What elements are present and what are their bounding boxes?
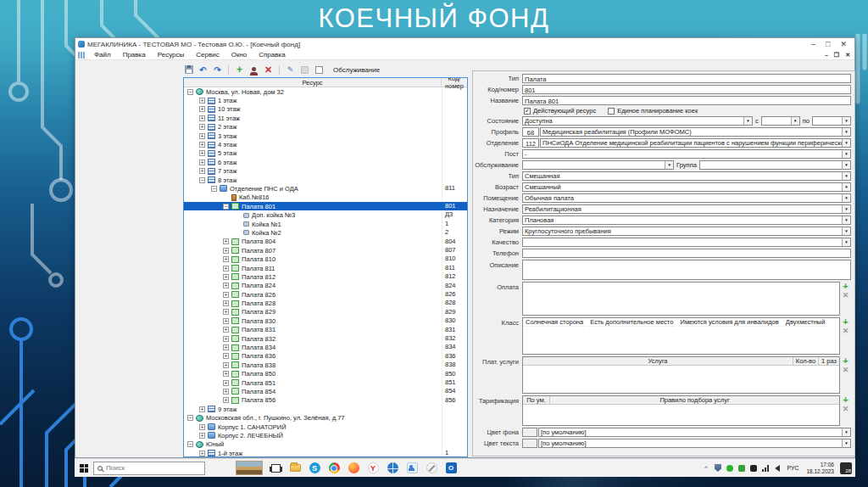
child-close-icon[interactable]: ✕	[845, 52, 850, 59]
tree-row[interactable]: Палата 804 804	[184, 238, 467, 246]
tree-expander-icon[interactable]	[199, 124, 205, 130]
tree-row[interactable]: Юный	[184, 440, 467, 449]
tree-expander-icon[interactable]	[199, 160, 205, 165]
list-item[interactable]: Солнечная сторона	[523, 318, 586, 327]
state-from-select[interactable]: ▼	[761, 116, 800, 126]
tariffication-table[interactable]: По ум. Правило подбора услуг	[522, 395, 840, 426]
service-select[interactable]: ▼	[522, 160, 674, 170]
gender-type-select[interactable]: Смешанная ▼	[522, 171, 851, 181]
tree-row[interactable]: Палата 829 829	[184, 308, 467, 316]
add-icon[interactable]: +	[843, 396, 848, 403]
tree-row[interactable]: 9 этаж	[184, 405, 467, 413]
text-color-select[interactable]: [по умолчанию] ▼	[538, 439, 851, 448]
antivirus-icon[interactable]	[737, 464, 745, 472]
tree-row[interactable]: 2 этаж	[184, 123, 467, 132]
chevron-down-icon[interactable]: ▼	[842, 139, 850, 147]
tree-expander-icon[interactable]	[199, 177, 205, 183]
chevron-down-icon[interactable]: ▼	[842, 128, 850, 136]
window-tool-icon[interactable]	[314, 64, 325, 76]
tree-expander-icon[interactable]	[223, 309, 229, 315]
column-once[interactable]: 1 раз	[819, 357, 839, 366]
remove-icon[interactable]: ✕	[843, 406, 849, 412]
maximize-icon[interactable]: □	[826, 39, 830, 49]
tree-row[interactable]: Палата 807 807	[184, 246, 467, 255]
task-view-icon[interactable]	[270, 462, 281, 474]
tree-row[interactable]: Палата 850 850	[184, 370, 467, 378]
person-icon[interactable]	[248, 64, 259, 76]
tree-expander-icon[interactable]	[223, 336, 229, 342]
tree-expander-icon[interactable]	[199, 106, 205, 112]
column-rule[interactable]: Правило подбора услуг	[550, 396, 839, 405]
status-green-icon[interactable]	[726, 464, 733, 472]
tree-expander-icon[interactable]	[223, 238, 229, 244]
edit-icon[interactable]: ✎	[285, 64, 296, 76]
tree-expander-icon[interactable]	[199, 115, 205, 121]
language-indicator[interactable]: РУС	[785, 465, 800, 471]
profile-select[interactable]: Медицинская реабилитация (Профили МОФОМС…	[540, 127, 851, 137]
list-item[interactable]: Двухместный	[783, 318, 828, 327]
tree-expander-icon[interactable]	[187, 441, 193, 447]
tray-expand-icon[interactable]: ^	[702, 464, 709, 472]
tree-row[interactable]: Палата 826 826	[184, 290, 467, 299]
checkbox-icon[interactable]	[524, 108, 531, 115]
tree-row[interactable]: Московская обл., г. Пушкино, ул. Зелёная…	[184, 413, 467, 422]
redo-icon[interactable]: ↷	[212, 64, 223, 76]
tree-row[interactable]: 7 этаж	[184, 167, 467, 176]
tree-row[interactable]: Москва, ул. Новая, дом 32	[184, 87, 467, 96]
tree-row[interactable]: Палата 851 851	[184, 378, 467, 387]
tree-expander-icon[interactable]	[223, 256, 229, 262]
menu-item-help[interactable]: Справка	[253, 51, 291, 59]
outlook-icon[interactable]: O	[445, 462, 457, 474]
post-select[interactable]: - ▼	[522, 149, 851, 159]
tree-expander-icon[interactable]	[223, 248, 229, 254]
tree-row[interactable]: Палата 832 832	[184, 334, 467, 343]
tree-expander-icon[interactable]	[187, 415, 193, 421]
firefox-icon[interactable]	[348, 462, 359, 474]
tree-row[interactable]: Палата 856 856	[184, 396, 467, 405]
tree-expander-icon[interactable]	[223, 204, 229, 210]
tree-row[interactable]: 6 этаж	[184, 158, 467, 166]
explorer-icon[interactable]	[289, 462, 301, 474]
mode-select[interactable]: Круглосуточного пребывания ▼	[522, 227, 851, 236]
checkbox-icon[interactable]	[608, 108, 615, 115]
tree-row[interactable]: Корпус 2. ЛЕЧЕБНЫЙ	[184, 431, 467, 439]
group-select[interactable]: ▼	[699, 160, 851, 170]
active-resource-checkbox[interactable]: Действующий ресурс	[524, 107, 596, 115]
list-item[interactable]: Имеются условия для инвалидов	[678, 318, 782, 327]
menu-item-edit[interactable]: Правка	[117, 51, 152, 59]
column-qty[interactable]: Кол-во	[793, 357, 819, 366]
skype-icon[interactable]: S	[309, 462, 320, 474]
tree-expander-icon[interactable]	[199, 406, 205, 412]
add-resource-icon[interactable]: +	[234, 64, 245, 76]
tree-row[interactable]: 5 этаж	[184, 149, 467, 158]
menu-item-service[interactable]: Сервис	[190, 51, 225, 59]
remove-icon[interactable]: ✕	[843, 292, 849, 299]
child-minimize-icon[interactable]: –	[825, 52, 828, 59]
menu-item-file[interactable]: Файл	[88, 51, 117, 59]
tree-row[interactable]: 8 этаж	[184, 176, 467, 184]
tree-expander-icon[interactable]	[199, 424, 205, 430]
tree-expander-icon[interactable]	[199, 433, 205, 439]
chevron-down-icon[interactable]: ▼	[842, 428, 850, 436]
tree-row[interactable]: Каб.№816	[184, 193, 467, 202]
tree-expander-icon[interactable]	[223, 274, 229, 280]
notification-center-icon[interactable]: 28	[840, 462, 852, 474]
tree-expander-icon[interactable]	[199, 451, 205, 456]
tree-expander-icon[interactable]	[223, 266, 229, 271]
code-input[interactable]: 801	[522, 85, 851, 94]
tree-row[interactable]: 1-й этаж 1	[184, 449, 467, 457]
shield-icon[interactable]	[714, 464, 721, 472]
globe-app-icon[interactable]	[387, 462, 398, 474]
tree-row[interactable]: 4 этаж	[184, 140, 467, 148]
clock[interactable]: 17:06 18.12.2023	[804, 462, 836, 474]
tree-expander-icon[interactable]	[223, 292, 229, 298]
tree-expander-icon[interactable]	[223, 389, 229, 395]
taskbar-search[interactable]	[93, 462, 205, 475]
chevron-down-icon[interactable]: ▼	[842, 216, 850, 224]
close-icon[interactable]: ✕	[840, 39, 847, 49]
tree-row[interactable]: Койка №1 1	[184, 220, 467, 228]
state-select[interactable]: Доступна ▼	[522, 116, 753, 126]
chevron-down-icon[interactable]: ▼	[842, 183, 850, 191]
desktop-preview-thumbnail[interactable]	[236, 461, 263, 475]
chevron-down-icon[interactable]: ▼	[665, 161, 673, 169]
